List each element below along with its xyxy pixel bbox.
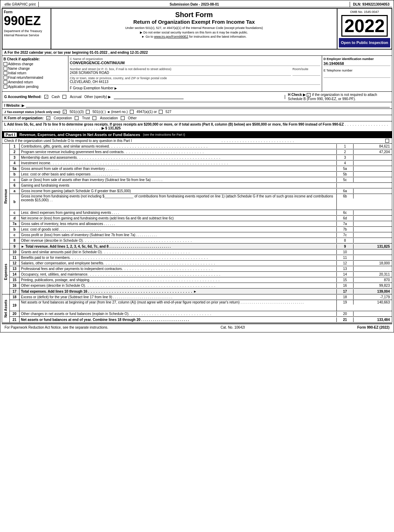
header-right: OMB No. 1545-0047 2022 Open to Public In… — [337, 9, 392, 49]
row-7b-ref: 7b — [337, 227, 354, 232]
row-12-ref: 12 — [337, 261, 354, 265]
row-7c-desc: Gross profit or (loss) from sales of inv… — [20, 233, 337, 237]
room-label: Room/suite — [292, 67, 320, 71]
cb-501c — [86, 110, 90, 114]
linel-value: 131,825 — [108, 126, 121, 130]
row-6c-val — [354, 212, 392, 213]
other-value — [114, 95, 184, 99]
org-name-value: CONVERGENCE-CONTINUUM — [70, 61, 320, 66]
row-6c-ref: 6c — [337, 210, 354, 215]
row-12-desc: Salaries, other compensation, and employ… — [20, 261, 337, 265]
row-6b-val — [354, 194, 392, 195]
row-6a-val — [354, 191, 392, 192]
row-10-ref: 10 — [337, 250, 354, 254]
data-row-5a: 5a Gross amount from sale of assets othe… — [10, 166, 392, 172]
city-field: City or town, state or province, country… — [70, 76, 320, 85]
accounting-row: G Accounting Method: ✓ Cash Accrual Othe… — [2, 92, 392, 102]
year-display: 2022 — [341, 15, 388, 37]
data-row-10: 10 Grants and similar amounts paid (list… — [10, 249, 392, 255]
row-3-ref: 3 — [337, 155, 354, 160]
row-17-val: 139,004 — [354, 289, 392, 294]
row-15-ref: 15 — [337, 278, 354, 282]
row-5b-ref: 5b — [337, 172, 354, 177]
row-12-val: 18,000 — [354, 261, 392, 265]
data-row-17: 17 Total expenses. Add lines 10 through … — [10, 289, 392, 294]
row-6d-val — [354, 218, 392, 219]
row-1-val: 84,621 — [354, 144, 392, 149]
row-6-desc: Gaming and fundraising events — [20, 183, 337, 188]
expenses-section: Expenses 10 Grants and similar amounts p… — [2, 249, 392, 294]
row-4-val — [354, 163, 392, 164]
row-6a-desc: Gross income from gaming (attach Schedul… — [20, 189, 337, 193]
formk-label: K Form of organization: — [4, 116, 44, 120]
cb-other-org — [121, 116, 125, 120]
data-row-7b: b Less: cost of goods sold . . . . . . .… — [10, 227, 392, 232]
cb-schedule-o — [385, 139, 389, 143]
row-16-desc: Other expenses (describe in Schedule O).… — [20, 283, 337, 288]
row-13-desc: Professional fees and other payments to … — [20, 267, 337, 271]
check-org-section: B Check if applicable: Address change Na… — [2, 56, 392, 92]
row-20-desc: Other changes in net assets or fund bala… — [20, 312, 337, 316]
room-value — [292, 71, 320, 76]
check-applicable: B Check if applicable: Address change Na… — [2, 56, 68, 91]
footer-middle: Cat. No. 10642I — [221, 325, 245, 329]
opt-assoc: Association — [100, 116, 118, 120]
row-9-val: 131,825 — [354, 244, 392, 249]
row-1-ref: 1 — [337, 144, 354, 149]
row-6d-ref: 6d — [337, 216, 354, 220]
check-name: Name change — [3, 67, 67, 70]
group-label: F Group Exemption Number — [70, 86, 113, 90]
check-h-text: H Check ▶ — [288, 93, 306, 97]
city-value: CLEVELAND, OH 44113 — [70, 80, 320, 85]
part-i-check-row: Check if the organization used Schedule … — [2, 138, 392, 144]
row-8-num: 8 — [10, 238, 20, 243]
dept-label: Department of the Treasury Internal Reve… — [4, 29, 49, 37]
row-9-desc: ► Total revenue. Add lines 1, 2, 3, 4, 5… — [20, 244, 337, 249]
row-7a-num: 7a — [10, 221, 20, 226]
check-pending: Application pending — [3, 85, 67, 89]
row-5b-val — [354, 174, 392, 175]
accrual-label: Accrual — [70, 95, 81, 99]
cb-pending — [3, 85, 7, 89]
row-6d-num: d — [10, 216, 20, 221]
open-inspection: Open to Public Inspection — [339, 38, 390, 47]
row-5c-num: c — [10, 177, 20, 182]
row-5b-num: b — [10, 172, 20, 177]
acct-label: G Accounting Method: — [4, 95, 42, 99]
row-2-desc: Program service revenue including govern… — [20, 150, 337, 154]
form-subtitle: Return of Organization Exempt From Incom… — [54, 19, 334, 25]
group-value: ▶ — [114, 87, 117, 90]
row-18-ref: 18 — [337, 295, 354, 299]
row-4-ref: 4 — [337, 161, 354, 165]
page: efile GRAPHIC print Submission Date - 20… — [0, 0, 394, 332]
row-15-desc: Printing, publications, postage, and shi… — [20, 278, 337, 282]
row-13-ref: 13 — [337, 267, 354, 271]
data-row-4: 4 Investment income. . . . . . . . . . .… — [10, 160, 392, 166]
cb-accrual — [62, 95, 66, 99]
row-7b-val — [354, 229, 392, 230]
data-row-12: 12 Salaries, other compensation, and emp… — [10, 261, 392, 266]
data-row-6b: b Gross income from fundraising events (… — [10, 194, 392, 210]
website-row: I Website: ▶ — [2, 102, 392, 109]
header-note2: ► Go to www.irs.gov/Form990EZ for instru… — [54, 35, 334, 38]
opt-527: 527 — [165, 110, 171, 114]
row-19-val: 140,663 — [354, 300, 392, 305]
cb-address — [3, 62, 7, 66]
data-row-6c: c Less: direct expenses from gaming and … — [10, 210, 392, 216]
row-7c-num: c — [10, 232, 20, 238]
net-asset-rows: 18 Excess or (deficit) for the year (Sub… — [10, 294, 392, 322]
row-5b-desc: Less: cost or other basis and sales expe… — [20, 172, 337, 177]
row-13-val — [354, 269, 392, 269]
expenses-label: Expenses — [4, 264, 8, 280]
ein-value: 34-1940658 — [324, 61, 391, 66]
data-row-8: 8 Other revenue (describe in Schedule O)… — [10, 238, 392, 243]
part-i-see: (see the instructions for Part I) — [143, 133, 185, 136]
row-11-ref: 11 — [337, 255, 354, 260]
city-label: City or town, state or province, country… — [70, 76, 320, 80]
row-14-desc: Occupancy, rent, utilities, and maintena… — [20, 272, 337, 277]
data-row-1: 1 Contributions, gifts, grants, and simi… — [10, 144, 392, 149]
room-field: Room/suite — [292, 67, 320, 76]
data-row-16: 16 Other expenses (describe in Schedule … — [10, 283, 392, 289]
tax-exempt-label: J Tax-exempt status (check only one): — [4, 110, 61, 114]
row-9-num: 9 — [10, 243, 20, 249]
